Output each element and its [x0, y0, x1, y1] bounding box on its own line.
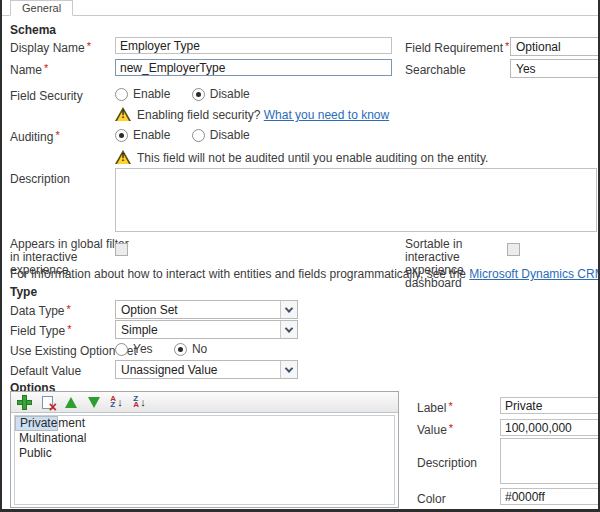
option-description-label: Description: [417, 456, 477, 470]
required-marker: *: [448, 400, 452, 412]
tab-strip-divider: [2, 15, 598, 16]
use-existing-yes-radio[interactable]: [115, 343, 128, 356]
field-properties-window: General Schema Display Name* Field Requi…: [0, 0, 600, 512]
radio-label: Enable: [133, 128, 170, 142]
auditing-warning: This field will not be audited until you…: [115, 150, 488, 165]
chevron-down-icon: [280, 321, 297, 338]
radio-label: Enable: [133, 87, 170, 101]
data-type-select[interactable]: Option Set: [115, 300, 298, 319]
warning-icon: [115, 150, 131, 164]
required-marker: *: [505, 40, 509, 52]
radio-label: Disable: [210, 128, 250, 142]
field-security-disable-radio[interactable]: [192, 88, 205, 101]
option-list-item[interactable]: Government: [15, 416, 394, 431]
option-color-label: Color: [417, 492, 446, 506]
radio-label: Disable: [210, 87, 250, 101]
field-type-label: Field Type*: [10, 324, 71, 338]
option-label-input[interactable]: [500, 397, 600, 414]
move-up-icon[interactable]: [61, 394, 80, 411]
crm-sdk-link[interactable]: Microsoft Dynamics CRM SDK: [469, 267, 600, 281]
sort-ascending-icon[interactable]: [107, 394, 126, 411]
searchable-label: Searchable: [405, 63, 466, 77]
tab-general[interactable]: General: [10, 0, 73, 16]
field-security-info-link[interactable]: What you need to know: [264, 108, 389, 122]
radio-label: Yes: [133, 342, 153, 356]
use-existing-radio-group: Yes No: [115, 342, 225, 356]
required-marker: *: [55, 129, 59, 141]
display-name-input[interactable]: [115, 37, 392, 54]
global-filter-checkbox[interactable]: [115, 243, 128, 256]
option-list-item[interactable]: Private: [15, 416, 58, 431]
required-marker: *: [67, 323, 71, 335]
required-marker: *: [87, 40, 91, 52]
sdk-info-line: For information about how to interact wi…: [10, 267, 600, 281]
field-requirement-select[interactable]: Optional: [510, 37, 600, 56]
description-label: Description: [10, 172, 70, 186]
chevron-down-icon: [280, 301, 297, 318]
type-section-heading: Type: [10, 285, 37, 299]
delete-option-icon[interactable]: [38, 394, 57, 411]
option-list-item[interactable]: Multinational: [15, 431, 394, 446]
options-toolbar: [11, 392, 398, 413]
move-down-icon[interactable]: [84, 394, 103, 411]
options-list-box: PrivateGovernmentMultinationalPublic: [10, 391, 399, 508]
sortable-checkbox[interactable]: [507, 243, 520, 256]
sortable-label: Sortable in interactive experience dashb…: [405, 238, 517, 290]
field-security-radio-group: Enable Disable: [115, 87, 268, 101]
option-value-label: Value*: [417, 423, 453, 437]
field-security-warning: Enabling field security? What you need t…: [115, 107, 389, 122]
use-existing-no-radio[interactable]: [174, 343, 187, 356]
display-name-label: Display Name*: [10, 41, 91, 55]
searchable-select[interactable]: Yes: [510, 59, 600, 78]
field-type-select[interactable]: Simple: [115, 320, 298, 339]
default-value-label: Default Value: [10, 364, 81, 378]
auditing-radio-group: Enable Disable: [115, 128, 268, 142]
add-option-icon[interactable]: [15, 394, 34, 411]
name-label: Name*: [10, 63, 48, 77]
options-list: PrivateGovernmentMultinationalPublic: [14, 415, 395, 505]
required-marker: *: [66, 303, 70, 315]
field-requirement-label: Field Requirement*: [405, 41, 509, 55]
chevron-down-icon: [280, 361, 297, 378]
option-value-input[interactable]: [500, 419, 600, 436]
default-value-select[interactable]: Unassigned Value: [115, 360, 298, 379]
required-marker: *: [44, 62, 48, 74]
field-security-label: Field Security: [10, 89, 83, 103]
auditing-enable-radio[interactable]: [115, 129, 128, 142]
warning-icon: [115, 107, 131, 121]
auditing-disable-radio[interactable]: [192, 129, 205, 142]
required-marker: *: [449, 422, 453, 434]
radio-label: No: [192, 342, 207, 356]
name-input[interactable]: [115, 59, 392, 76]
data-type-label: Data Type*: [10, 304, 71, 318]
option-list-item[interactable]: Public: [15, 446, 394, 461]
option-description-textarea[interactable]: [500, 438, 600, 484]
sort-descending-icon[interactable]: [130, 394, 149, 411]
schema-section-heading: Schema: [10, 23, 56, 37]
option-label-label: Label*: [417, 401, 453, 415]
option-color-input[interactable]: [500, 488, 600, 505]
description-textarea[interactable]: [115, 168, 597, 232]
field-security-enable-radio[interactable]: [115, 88, 128, 101]
auditing-label: Auditing*: [10, 130, 60, 144]
